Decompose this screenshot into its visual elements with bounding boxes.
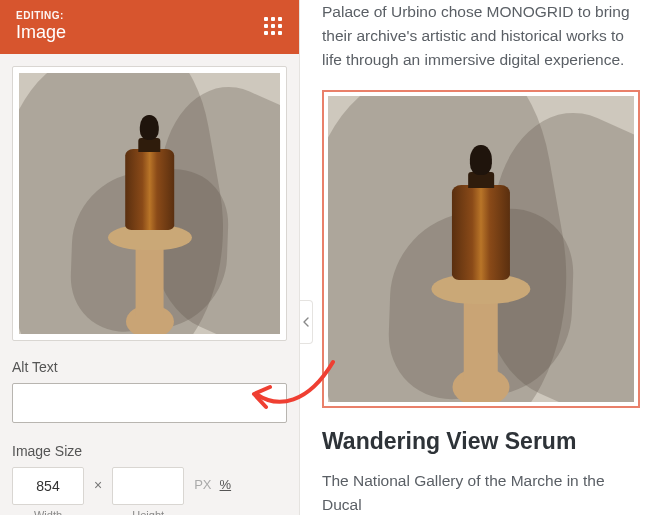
editing-title: Image: [16, 22, 66, 43]
editor-sidebar: EDITING: Image: [0, 0, 300, 515]
selected-image-content: [328, 96, 634, 402]
app-root: EDITING: Image: [0, 0, 662, 515]
image-preview-content: [19, 73, 280, 334]
content-preview: Palace of Urbino chose MONOGRID to bring…: [300, 0, 662, 515]
height-column: Height: [112, 467, 184, 515]
sidebar-header: EDITING: Image: [0, 0, 299, 54]
image-preview[interactable]: [12, 66, 287, 341]
width-sublabel: Width: [34, 509, 62, 515]
alt-text-label: Alt Text: [12, 359, 287, 375]
sidebar-header-titles: EDITING: Image: [16, 10, 66, 42]
intro-paragraph: Palace of Urbino chose MONOGRID to bring…: [322, 0, 640, 72]
unit-toggle: PX %: [194, 467, 231, 492]
dimension-separator: ×: [94, 467, 102, 493]
height-input[interactable]: [112, 467, 184, 505]
image-size-label: Image Size: [12, 443, 287, 459]
image-size-row: Width × Height PX %: [12, 467, 287, 515]
product-title: Wandering View Serum: [322, 428, 640, 455]
width-column: Width: [12, 467, 84, 515]
height-sublabel: Height: [132, 509, 164, 515]
sidebar-body: Alt Text Image Size Width × Height PX %: [0, 54, 299, 515]
alt-text-input[interactable]: [12, 383, 287, 423]
collapse-sidebar-button[interactable]: [300, 300, 313, 344]
selected-image[interactable]: [322, 90, 640, 408]
editing-label: EDITING:: [16, 10, 66, 22]
second-paragraph: The National Gallery of the Marche in th…: [322, 469, 640, 515]
unit-percent-button[interactable]: %: [220, 477, 232, 492]
unit-px-button[interactable]: PX: [194, 477, 211, 492]
width-input[interactable]: [12, 467, 84, 505]
drag-handle-icon[interactable]: [263, 16, 283, 36]
chevron-left-icon: [303, 317, 309, 327]
